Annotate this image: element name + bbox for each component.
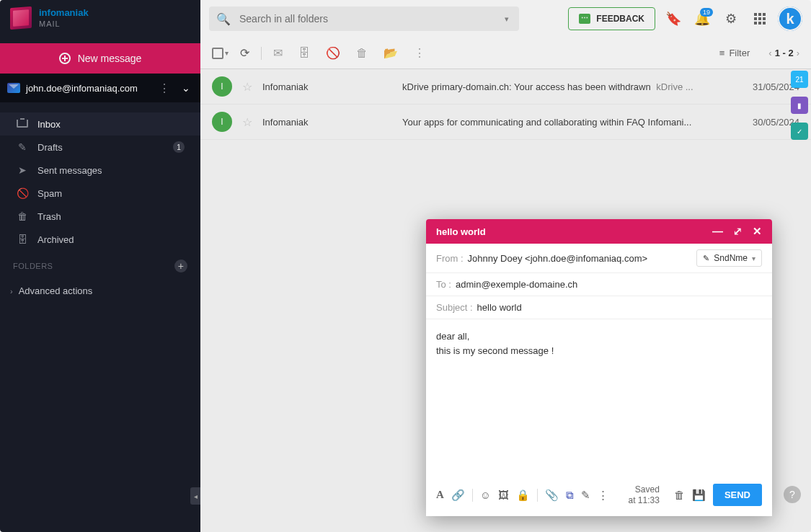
new-message-button[interactable]: New message: [0, 43, 200, 74]
from-label: From :: [436, 253, 464, 264]
filter-label: Filter: [729, 48, 750, 58]
folder-label: Spam: [37, 188, 62, 199]
account-row[interactable]: john.doe@infomaniaq.com ⋮ ⌄: [0, 74, 200, 102]
lock-icon[interactable]: 🔒: [516, 489, 530, 502]
sender-name: SndNme: [714, 253, 748, 263]
folder-trash[interactable]: 🗑Trash: [0, 205, 200, 228]
notes-app-icon[interactable]: ▮: [791, 97, 808, 114]
mail-icon: [7, 83, 20, 93]
chevron-down-icon: ▾: [752, 254, 755, 262]
archive-icon: 🗄: [16, 234, 29, 245]
sent-icon: ➤: [16, 164, 29, 176]
drafts-icon: ✎: [16, 141, 29, 153]
mail-sender: Infomaniak: [262, 117, 392, 128]
edit-icon: ✎: [703, 254, 709, 263]
folders-label: FOLDERS: [13, 262, 53, 270]
avatar[interactable]: k: [778, 6, 802, 31]
add-folder-button[interactable]: +: [174, 260, 187, 272]
close-icon[interactable]: ✕: [753, 225, 762, 238]
folder-badge: 1: [173, 141, 185, 153]
notifications-icon[interactable]: 🔔19: [691, 8, 713, 30]
mail-row[interactable]: I☆InfomaniakYour apps for communicating …: [200, 105, 811, 140]
sidebar: infomaniak MAIL New message john.doe@inf…: [0, 0, 200, 532]
minimize-icon[interactable]: —: [712, 225, 723, 238]
compose-body[interactable]: dear all, this is my second message !: [426, 319, 772, 478]
folder-inbox[interactable]: Inbox: [0, 112, 200, 136]
feedback-button[interactable]: FEEDBACK: [568, 7, 655, 30]
bookmark-icon[interactable]: 🔖: [662, 8, 684, 30]
next-page-button[interactable]: ›: [797, 48, 799, 58]
product-name: MAIL: [39, 19, 89, 28]
compose-subject-row[interactable]: Subject : hello world: [426, 296, 772, 319]
compose-footer: A 🔗 ☺ 🖼 🔒 📎 ⧉ ✎ ⋮ Saved at 11:33 🗑 💾 SEN…: [426, 478, 772, 516]
folder-label: Inbox: [37, 119, 61, 130]
refresh-icon[interactable]: ⟳: [236, 46, 254, 60]
image-icon[interactable]: 🖼: [498, 489, 509, 501]
settings-icon[interactable]: ⚙: [720, 8, 742, 30]
star-icon[interactable]: ☆: [242, 115, 252, 129]
star-icon[interactable]: ☆: [242, 80, 252, 94]
drive-icon[interactable]: ⧉: [566, 489, 574, 502]
trash-icon: 🗑: [16, 210, 29, 222]
emoji-icon[interactable]: ☺: [480, 489, 491, 501]
tasks-app-icon[interactable]: ✓: [791, 123, 808, 140]
expand-icon[interactable]: ⤢: [733, 225, 743, 238]
account-more-icon[interactable]: ⋮: [156, 81, 173, 95]
spam-icon[interactable]: 🚫: [322, 46, 345, 60]
subject-value: hello world: [477, 302, 522, 313]
advanced-actions[interactable]: › Advanced actions: [0, 278, 200, 303]
brand-name: infomaniak: [39, 8, 89, 18]
search-icon: 🔍: [216, 12, 231, 26]
folder-archive[interactable]: 🗄Archived: [0, 228, 200, 251]
signature-icon[interactable]: ✎: [581, 489, 590, 502]
folder-list: Inbox✎Drafts1➤Sent messages🚫Spam🗑Trash🗄A…: [0, 102, 200, 254]
prev-page-button[interactable]: ‹: [768, 48, 771, 58]
folder-spam[interactable]: 🚫Spam: [0, 182, 200, 205]
save-draft-icon[interactable]: 💾: [692, 489, 706, 502]
search-box[interactable]: 🔍 ▾: [209, 6, 519, 31]
format-text-icon[interactable]: A: [436, 489, 444, 501]
compose-more-icon[interactable]: ⋮: [598, 489, 608, 502]
folder-drafts[interactable]: ✎Drafts1: [0, 136, 200, 159]
archive-icon[interactable]: 🗄: [294, 47, 314, 60]
calendar-app-icon[interactable]: 21: [791, 71, 808, 88]
sender-select[interactable]: ✎ SndNme ▾: [696, 249, 762, 267]
delete-icon[interactable]: 🗑: [352, 47, 372, 60]
more-icon[interactable]: ⋮: [409, 46, 430, 60]
inbox-icon: [16, 118, 29, 130]
sidebar-header: infomaniak MAIL: [0, 0, 200, 33]
feedback-icon: [579, 14, 590, 24]
account-email: john.doe@infomaniaq.com: [26, 83, 138, 94]
compose-window: hello world — ⤢ ✕ From : Johnny Doey <jo…: [426, 219, 772, 516]
move-icon[interactable]: 📂: [379, 46, 402, 60]
filter-button[interactable]: ≡Filter: [719, 48, 750, 58]
new-message-label: New message: [78, 53, 142, 64]
advanced-actions-label: Advanced actions: [19, 285, 93, 296]
mark-read-icon[interactable]: ✉: [269, 46, 287, 60]
mail-subject: Your apps for communicating and collabor…: [402, 117, 743, 128]
send-button[interactable]: SEND: [713, 484, 762, 506]
compose-header[interactable]: hello world — ⤢ ✕: [426, 219, 772, 244]
sender-avatar: I: [212, 112, 232, 132]
chevron-down-icon[interactable]: ⌄: [179, 82, 193, 94]
mail-row[interactable]: I☆InfomaniakkDrive primary-domain.ch: Yo…: [200, 69, 811, 105]
feedback-label: FEEDBACK: [596, 14, 644, 24]
sidebar-collapse-button[interactable]: ◂: [190, 487, 200, 505]
compose-to-row[interactable]: To : admin@exemple-domaine.ch: [426, 273, 772, 296]
help-button[interactable]: ?: [784, 486, 801, 503]
apps-icon[interactable]: [749, 8, 771, 30]
select-all-checkbox[interactable]: ▾: [212, 48, 229, 59]
link-icon[interactable]: 🔗: [451, 489, 465, 502]
discard-icon[interactable]: 🗑: [674, 489, 685, 501]
compose-from-row: From : Johnny Doey <john.doe@infomaniaq.…: [426, 244, 772, 273]
folder-sent[interactable]: ➤Sent messages: [0, 159, 200, 182]
spam-icon: 🚫: [16, 187, 29, 199]
attach-icon[interactable]: 📎: [545, 489, 559, 502]
folder-label: Sent messages: [37, 165, 102, 176]
page-range: 1 - 2: [775, 48, 794, 58]
search-scope-dropdown[interactable]: ▾: [502, 14, 512, 24]
right-rail: 21 ▮ ✓: [788, 63, 811, 147]
to-label: To :: [436, 279, 451, 290]
search-input[interactable]: [238, 12, 502, 25]
saved-status: Saved at 11:33: [629, 484, 660, 505]
